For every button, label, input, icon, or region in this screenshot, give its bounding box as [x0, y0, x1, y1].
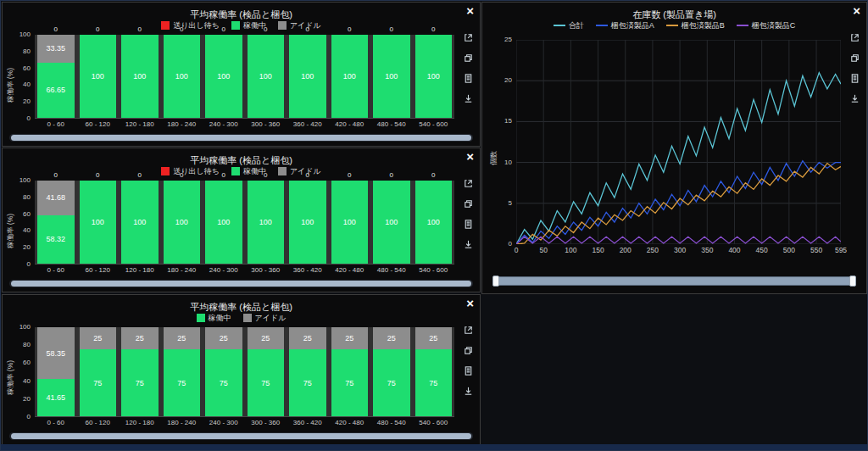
x-tick-label: 120 - 180: [119, 266, 161, 276]
report-icon: [463, 73, 474, 84]
horizontal-scrollbar[interactable]: [9, 280, 473, 287]
x-tick-label: 240 - 300: [203, 419, 245, 428]
download-button[interactable]: [461, 238, 476, 253]
bar-chart: 02040608010041.6858.32010001000100010001…: [35, 181, 454, 264]
y-tick-label: 60: [23, 359, 31, 366]
report-icon: [463, 365, 474, 376]
y-tick-label: 100: [19, 323, 31, 331]
bar-segment: 100: [289, 181, 326, 264]
bar-top-label: 0: [119, 171, 161, 179]
bar-value-label: 100: [301, 218, 314, 226]
y-tick-label: 100: [19, 176, 31, 184]
panel-header: 平均稼働率 (検品と梱包) ×: [3, 148, 480, 165]
bar-chart: 02040608010033.3566.65010001000100010001…: [35, 35, 454, 119]
legend-label: 稼働中: [209, 313, 231, 324]
bar-segment: 25: [331, 327, 369, 349]
bar-value-label: 100: [385, 218, 398, 226]
x-tick-label: 350: [701, 246, 713, 254]
bar: 2575: [119, 327, 161, 416]
series-line: [516, 73, 841, 244]
report-button[interactable]: [461, 218, 476, 232]
y-tick-label: 0: [27, 413, 31, 420]
bar: 58.3541.65: [35, 327, 77, 416]
bar: 1000: [287, 35, 329, 118]
bar-segment: 100: [205, 35, 242, 118]
popout-button[interactable]: [461, 324, 476, 338]
y-tick-label: 25: [504, 36, 512, 43]
x-tick-label: 480 - 540: [370, 266, 413, 276]
bar: 2575: [287, 327, 329, 416]
bar-segment: 75: [289, 349, 326, 416]
close-icon[interactable]: ×: [466, 150, 474, 163]
x-tick-label: 420 - 480: [329, 419, 371, 428]
restore-window-button[interactable]: [461, 52, 476, 66]
y-tick-label: 0: [509, 240, 512, 248]
legend-swatch: [666, 25, 678, 26]
download-icon: [849, 93, 860, 104]
legend-item[interactable]: アイドル: [243, 313, 287, 324]
download-icon: [463, 93, 474, 104]
x-tick-label: 0: [515, 246, 519, 254]
slider-handle-right[interactable]: [849, 276, 856, 287]
bar: 1000: [203, 35, 245, 118]
restore-window-button[interactable]: [461, 198, 476, 212]
utilization-panel-3: 平均稼働率 (検品と梱包) × 稼働中アイドル 稼働率 (%) 02040608…: [2, 294, 481, 445]
horizontal-scrollbar[interactable]: [9, 134, 473, 142]
popout-button[interactable]: [461, 177, 476, 192]
x-tick-label: 50: [539, 246, 547, 254]
window-scrollbar[interactable]: [1, 444, 867, 450]
legend-label: 梱包済製品B: [682, 20, 725, 31]
popout-icon: [463, 32, 474, 43]
report-icon: [463, 219, 474, 230]
x-tick-label: 0 - 60: [35, 120, 77, 130]
report-button[interactable]: [461, 365, 476, 379]
x-tick-label: 180 - 240: [161, 419, 203, 428]
scrollbar-thumb[interactable]: [11, 433, 471, 439]
chart-legend: 稼働中アイドル: [3, 312, 480, 324]
slider-handle-left[interactable]: [492, 276, 499, 287]
bar-segment: 100: [373, 35, 410, 118]
bar-value-label: 100: [427, 218, 440, 226]
x-tick-label: 300 - 360: [245, 120, 287, 130]
report-button[interactable]: [461, 72, 476, 86]
bar-series: 41.6858.32010001000100010001000100010001…: [35, 181, 454, 264]
close-icon[interactable]: ×: [466, 4, 474, 17]
download-button[interactable]: [461, 92, 476, 107]
x-tick-label: 540 - 600: [413, 120, 455, 130]
bar-value-label: 75: [220, 379, 228, 387]
y-tick-label: 60: [23, 210, 31, 218]
legend-item[interactable]: 梱包済製品B: [666, 20, 725, 31]
x-tick-label: 60 - 120: [77, 419, 120, 428]
legend-item[interactable]: 稼働中: [197, 313, 231, 324]
y-tick-label: 80: [23, 341, 31, 348]
dashboard: 平均稼働率 (検品と梱包) × 送り出し待ち稼働中アイドル 稼働率 (%) 02…: [0, 0, 868, 451]
bar-top-label: 0: [413, 171, 455, 179]
legend-item[interactable]: 梱包済製品A: [596, 20, 654, 31]
popout-button[interactable]: [461, 31, 476, 46]
close-icon[interactable]: ×: [466, 297, 474, 309]
horizontal-scrollbar[interactable]: [9, 432, 473, 440]
range-slider[interactable]: [492, 276, 856, 286]
bar: 1000: [287, 181, 329, 264]
scrollbar-thumb[interactable]: [11, 281, 471, 287]
popout-button[interactable]: [848, 31, 862, 46]
report-button[interactable]: [848, 72, 862, 86]
bar: 2575: [413, 327, 455, 416]
popout-icon: [463, 178, 474, 189]
bar-segment: 100: [121, 181, 159, 264]
legend-item[interactable]: 梱包済製品C: [737, 20, 796, 31]
restore-window-button[interactable]: [848, 52, 862, 66]
panel-title: 平均稼働率 (検品と梱包): [190, 9, 292, 19]
legend-swatch: [197, 314, 205, 322]
panel-toolbar: [461, 177, 476, 253]
y-tick-label: 20: [23, 97, 31, 105]
download-button[interactable]: [461, 385, 476, 399]
scrollbar-thumb[interactable]: [11, 135, 471, 141]
x-tick-label: 480 - 540: [370, 120, 413, 130]
restore-window-button[interactable]: [461, 344, 476, 359]
download-button[interactable]: [848, 92, 862, 107]
legend-item[interactable]: 合計: [554, 20, 584, 31]
x-tick-label: 450: [756, 246, 768, 254]
close-icon[interactable]: ×: [853, 4, 860, 17]
bar-segment: 100: [415, 181, 453, 264]
